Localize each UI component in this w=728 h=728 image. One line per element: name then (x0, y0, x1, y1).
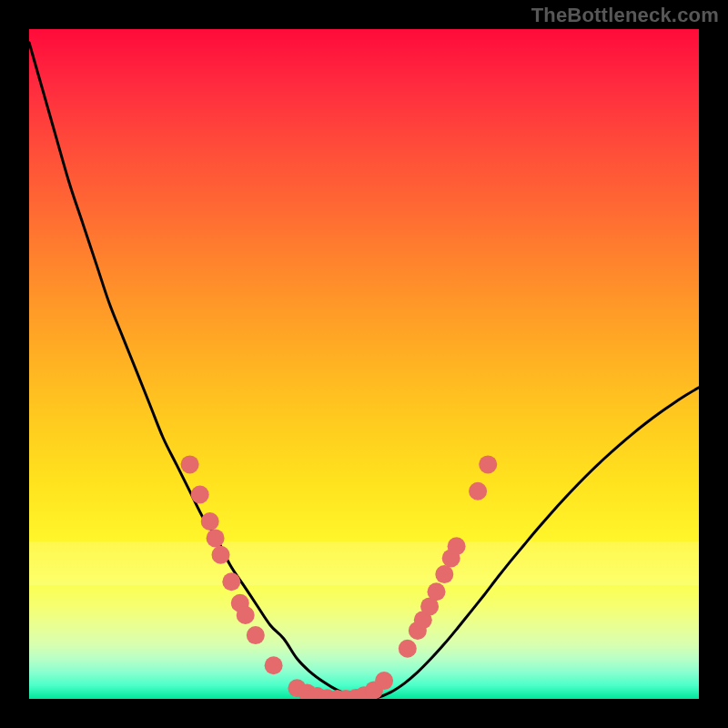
curve-layer (29, 29, 699, 699)
marker-dot (469, 482, 487, 500)
curve-markers (181, 455, 498, 699)
marker-dot (479, 455, 497, 473)
marker-dot (191, 486, 209, 504)
marker-dot (247, 626, 265, 644)
marker-dot (207, 529, 225, 547)
marker-dot (375, 672, 393, 690)
marker-dot (428, 582, 446, 601)
bottleneck-curve (29, 43, 699, 699)
marker-dot (201, 512, 219, 531)
marker-dot (181, 455, 199, 473)
marker-dot (237, 606, 255, 624)
watermark-text: TheBottleneck.com (531, 5, 719, 25)
marker-dot (222, 572, 240, 591)
marker-dot (265, 656, 283, 674)
plot-area (29, 29, 699, 699)
marker-dot (448, 537, 466, 555)
chart-frame: TheBottleneck.com (0, 0, 728, 728)
marker-dot (435, 565, 453, 583)
marker-dot (399, 640, 417, 658)
marker-dot (212, 546, 230, 564)
